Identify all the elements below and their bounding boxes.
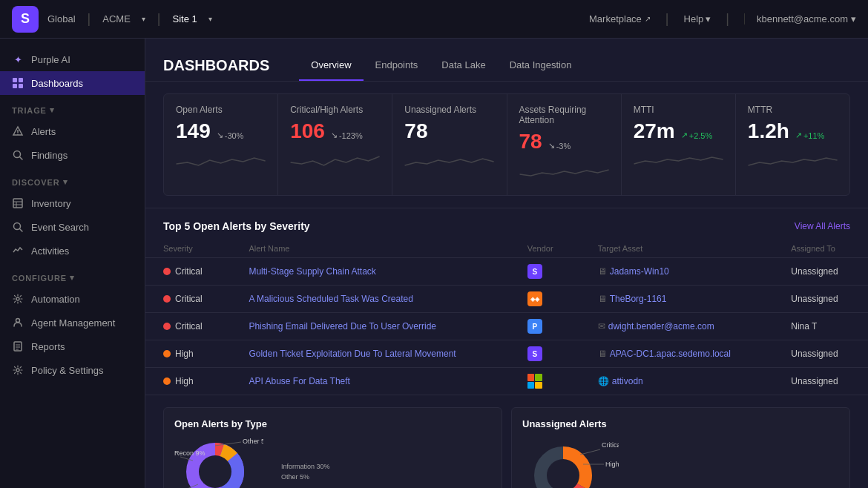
triage-section[interactable]: TRIAGE ▾ — [0, 95, 145, 119]
vendor-icon: ◈◈ — [527, 291, 542, 306]
table-row: High Golden Ticket Exploitation Due To L… — [145, 340, 868, 368]
donut-chart-open-alerts: Other 5% Recon 9% Info 30% — [174, 438, 263, 488]
donut-chart-unassigned: Critical 1 High 3 — [522, 438, 619, 488]
automation-icon — [12, 293, 24, 305]
col-assigned-to: Assigned To — [773, 240, 868, 258]
metric-assets-attention: Assets Requiring Attention 78 ↘ -3% — [507, 93, 622, 196]
dashboard-tabs: Overview Endpoints Data Lake Data Ingest… — [299, 50, 583, 81]
sidebar-item-dashboards[interactable]: Dashboards — [0, 71, 145, 95]
alert-name-link[interactable]: Multi-Stage Supply Chain Attack — [249, 266, 375, 277]
svg-text:High 3: High 3 — [605, 461, 619, 468]
severity-dot-high — [163, 377, 171, 385]
tab-endpoints[interactable]: Endpoints — [364, 50, 430, 81]
site-nav[interactable]: Site 1 — [173, 13, 197, 24]
page-title: DASHBOARDS — [163, 57, 269, 74]
vendor-icon: S — [527, 346, 542, 361]
discover-section[interactable]: DISCOVER ▾ — [0, 167, 145, 191]
col-target-asset: Target Asset — [580, 240, 774, 258]
sparkline-critical-high — [290, 149, 380, 171]
vendor-icon: S — [527, 264, 542, 279]
asset-link[interactable]: 🖥 APAC-DC1.apac.sedemo.local — [598, 349, 756, 359]
asset-link[interactable]: 🖥 Jadams-Win10 — [598, 266, 756, 277]
metric-mttr: MTTR 1.2h ↗ +11% — [735, 93, 850, 196]
sidebar-item-automation[interactable]: Automation — [0, 287, 145, 311]
alerts-table: Severity Alert Name Vendor Target Asset … — [145, 240, 868, 395]
sidebar-item-agent-management[interactable]: Agent Management — [0, 311, 145, 334]
sidebar-item-event-search[interactable]: Event Search — [0, 215, 145, 239]
sidebar-item-findings[interactable]: Findings — [0, 143, 145, 167]
sidebar-item-activities[interactable]: Activities — [0, 239, 145, 263]
tab-data-ingestion[interactable]: Data Ingestion — [498, 50, 584, 81]
asset-link[interactable]: ✉ dwight.bender@acme.com — [598, 321, 756, 332]
chart-title-unassigned: Unassigned Alerts — [522, 418, 839, 429]
sidebar-item-policy-settings[interactable]: Policy & Settings — [0, 358, 145, 382]
severity-dot-critical — [163, 268, 171, 275]
sparkline-mttr — [748, 149, 838, 171]
tab-data-lake[interactable]: Data Lake — [430, 50, 497, 81]
svg-point-18 — [16, 369, 19, 372]
metric-open-alerts: Open Alerts 149 ↘ -30% — [163, 93, 278, 196]
metrics-row: Open Alerts 149 ↘ -30% Critical/High Ale… — [145, 82, 868, 208]
alert-name-link[interactable]: API Abuse For Data Theft — [249, 376, 350, 386]
svg-rect-0 — [13, 78, 17, 82]
policy-settings-icon — [12, 364, 24, 376]
trend-up-icon: ↗ — [795, 131, 802, 140]
table-row: Critical Phishing Email Delivered Due To… — [145, 313, 868, 340]
sidebar-item-inventory[interactable]: Inventory — [0, 191, 145, 215]
reports-icon — [12, 340, 24, 352]
alerts-icon — [12, 125, 24, 137]
global-nav[interactable]: Global — [47, 13, 76, 24]
trend-up-icon: ↗ — [681, 131, 688, 140]
trend-down-icon: ↘ — [548, 141, 555, 151]
inventory-icon — [12, 197, 24, 209]
severity-dot-critical — [163, 323, 171, 330]
charts-row: Open Alerts by Type — [145, 395, 868, 488]
sidebar-item-purple-ai[interactable]: ✦ Purple AI — [0, 47, 145, 71]
svg-point-12 — [16, 297, 19, 300]
findings-icon — [12, 149, 24, 161]
trend-down-icon: ↘ — [217, 131, 223, 140]
svg-text:Critical 1: Critical 1 — [602, 441, 619, 449]
sidebar: ✦ Purple AI Dashboards TRIAGE ▾ Alerts F… — [0, 39, 145, 488]
org-nav[interactable]: ACME — [102, 13, 131, 24]
col-severity: Severity — [145, 240, 231, 258]
svg-rect-1 — [19, 78, 23, 82]
sparkline-assets — [519, 159, 609, 182]
main-content: DASHBOARDS Overview Endpoints Data Lake … — [145, 39, 868, 488]
alert-name-link[interactable]: Phishing Email Delivered Due To User Ove… — [249, 321, 436, 332]
top-alerts-header: Top 5 Open Alerts by Severity View All A… — [145, 208, 868, 240]
alert-name-link[interactable]: A Malicious Scheduled Task Was Created — [249, 294, 412, 304]
table-row: Critical A Malicious Scheduled Task Was … — [145, 286, 868, 313]
svg-point-13 — [16, 319, 20, 323]
help-button[interactable]: Help ▾ — [684, 13, 711, 24]
activities-icon — [12, 245, 24, 257]
severity-dot-critical — [163, 295, 171, 303]
svg-rect-2 — [13, 84, 17, 88]
top-alerts-title: Top 5 Open Alerts by Severity — [163, 220, 310, 232]
metric-mtti: MTTI 27m ↗ +2.5% — [621, 93, 736, 196]
sidebar-item-alerts[interactable]: Alerts — [0, 119, 145, 143]
sparkline-open-alerts — [176, 149, 266, 171]
chart-unassigned-alerts: Unassigned Alerts Critical 1 — [511, 407, 850, 488]
svg-point-23 — [199, 455, 231, 488]
tab-overview[interactable]: Overview — [299, 50, 363, 81]
asset-link[interactable]: 🖥 TheBorg-1161 — [598, 294, 756, 304]
sparkline-mtti — [634, 149, 723, 171]
alert-name-link[interactable]: Golden Ticket Exploitation Due To Latera… — [249, 349, 456, 359]
view-all-alerts-link[interactable]: View All Alerts — [795, 221, 850, 231]
configure-section[interactable]: CONFIGURE ▾ — [0, 263, 145, 287]
sidebar-item-reports[interactable]: Reports — [0, 334, 145, 358]
content-header: DASHBOARDS Overview Endpoints Data Lake … — [145, 39, 868, 82]
marketplace-link[interactable]: Marketplace ↗ — [589, 13, 651, 24]
svg-rect-7 — [13, 199, 22, 208]
top-navigation: S Global | ACME ▾ | Site 1 ▾ Marketplace… — [0, 0, 868, 39]
col-vendor: Vendor — [510, 240, 580, 258]
purple-ai-icon: ✦ — [12, 53, 24, 65]
chart-title-open-alerts: Open Alerts by Type — [174, 418, 491, 429]
svg-line-34 — [580, 449, 600, 455]
svg-rect-3 — [19, 84, 23, 88]
logo[interactable]: S — [12, 6, 39, 33]
severity-dot-high — [163, 350, 171, 357]
user-menu[interactable]: kbennett@acme.com ▾ — [744, 13, 856, 24]
asset-link[interactable]: 🌐 attivodn — [598, 376, 756, 386]
